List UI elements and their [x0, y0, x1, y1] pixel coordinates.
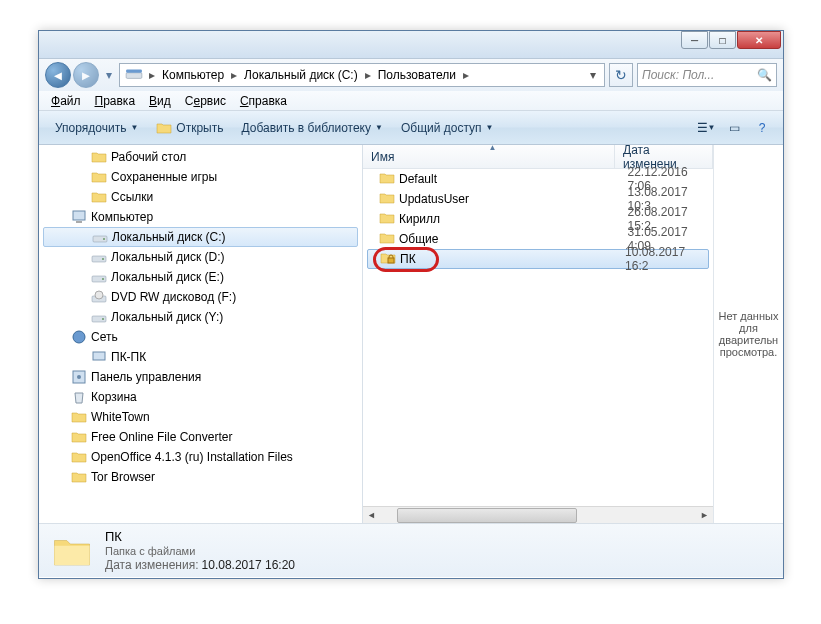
titlebar[interactable]: ─ □ ✕: [39, 31, 783, 59]
computer-icon: [71, 209, 87, 225]
tree-label: Компьютер: [91, 210, 153, 224]
folder-icon: [91, 169, 107, 185]
tree-node[interactable]: Корзина: [39, 387, 362, 407]
tree-node[interactable]: Free Online File Converter: [39, 427, 362, 447]
back-button[interactable]: ◄: [45, 62, 71, 88]
forward-button[interactable]: ►: [73, 62, 99, 88]
tree-label: Локальный диск (Y:): [111, 310, 223, 324]
tree-label: Tor Browser: [91, 470, 155, 484]
close-button[interactable]: ✕: [737, 31, 781, 49]
tree-label: Панель управления: [91, 370, 201, 384]
scroll-left-icon[interactable]: ◄: [363, 507, 380, 524]
file-name: ПК: [400, 252, 416, 266]
tree-label: Локальный диск (D:): [111, 250, 225, 264]
folder-icon: [91, 189, 107, 205]
tree-label: Локальный диск (E:): [111, 270, 224, 284]
scroll-right-icon[interactable]: ►: [696, 507, 713, 524]
tree-label: ПК-ПК: [111, 350, 146, 364]
menu-help[interactable]: Справка: [234, 93, 293, 109]
tree-node[interactable]: Сохраненные игры: [39, 167, 362, 187]
search-input[interactable]: Поиск: Пол... 🔍: [637, 63, 777, 87]
file-name: UpdatusUser: [399, 192, 469, 206]
tree-label: OpenOffice 4.1.3 (ru) Installation Files: [91, 450, 293, 464]
menu-tools[interactable]: Сервис: [179, 93, 232, 109]
tree-label: Рабочий стол: [111, 150, 186, 164]
drive-icon: [125, 66, 143, 84]
svg-point-5: [103, 238, 105, 240]
svg-point-7: [102, 258, 104, 260]
folder-icon: [91, 149, 107, 165]
h-scrollbar[interactable]: ◄ ►: [363, 506, 713, 523]
tree-node[interactable]: DVD RW дисковод (F:): [39, 287, 362, 307]
nav-row: ◄ ► ▾ ▸ Компьютер ▸ Локальный диск (C:) …: [39, 59, 783, 91]
sort-asc-icon: ▲: [489, 143, 497, 152]
tree-node[interactable]: Локальный диск (Y:): [39, 307, 362, 327]
open-button[interactable]: Открыть: [148, 117, 231, 139]
breadcrumb-arrow[interactable]: ▸: [228, 64, 240, 86]
menu-file[interactable]: Файл: [45, 93, 87, 109]
search-placeholder: Поиск: Пол...: [642, 68, 714, 82]
breadcrumb-item[interactable]: Пользователи: [374, 64, 460, 86]
menu-view[interactable]: Вид: [143, 93, 177, 109]
svg-point-17: [77, 375, 81, 379]
drive-icon: [92, 229, 108, 245]
tree-node[interactable]: Ссылки: [39, 187, 362, 207]
file-date: 10.08.2017 16:2: [617, 245, 708, 273]
refresh-button[interactable]: ↻: [609, 63, 633, 87]
folder-icon: [71, 429, 87, 445]
tree-node[interactable]: Tor Browser: [39, 467, 362, 487]
tree-node[interactable]: Панель управления: [39, 367, 362, 387]
share-button[interactable]: Общий доступ▼: [393, 118, 502, 138]
nav-history-drop[interactable]: ▾: [103, 62, 115, 88]
svg-point-11: [95, 291, 103, 299]
svg-rect-2: [73, 211, 85, 220]
details-title: ПК: [105, 529, 295, 544]
nav-tree[interactable]: Рабочий столСохраненные игрыСсылкиКомпью…: [39, 145, 363, 523]
address-drop[interactable]: ▾: [584, 64, 602, 86]
file-row[interactable]: ПК10.08.2017 16:2: [367, 249, 709, 269]
tree-node[interactable]: Локальный диск (C:): [43, 227, 358, 247]
view-mode-button[interactable]: ☰▼: [693, 116, 719, 140]
tree-label: Корзина: [91, 390, 137, 404]
tree-node[interactable]: ПК-ПК: [39, 347, 362, 367]
preview-pane-button[interactable]: ▭: [721, 116, 747, 140]
dvd-icon: [91, 289, 107, 305]
folder-icon: [379, 170, 395, 189]
minimize-button[interactable]: ─: [681, 31, 708, 49]
breadcrumb-item[interactable]: Локальный диск (C:): [240, 64, 362, 86]
search-icon: 🔍: [757, 68, 772, 82]
breadcrumb-arrow[interactable]: ▸: [146, 64, 158, 86]
file-rows[interactable]: Default22.12.2016 7:06UpdatusUser13.08.2…: [363, 169, 713, 506]
tree-label: Сеть: [91, 330, 118, 344]
tree-node[interactable]: Рабочий стол: [39, 147, 362, 167]
tree-node[interactable]: Локальный диск (D:): [39, 247, 362, 267]
tree-node[interactable]: WhiteTown: [39, 407, 362, 427]
details-subtitle: Папка с файлами: [105, 545, 295, 557]
help-button[interactable]: ?: [749, 116, 775, 140]
drive-icon: [91, 269, 107, 285]
pc-icon: [91, 349, 107, 365]
breadcrumb-item[interactable]: Компьютер: [158, 64, 228, 86]
organize-button[interactable]: Упорядочить▼: [47, 118, 146, 138]
tree-label: Free Online File Converter: [91, 430, 232, 444]
tree-node[interactable]: Локальный диск (E:): [39, 267, 362, 287]
tree-node[interactable]: Компьютер: [39, 207, 362, 227]
preview-pane: Нет данных для дварительн просмотра.: [713, 145, 783, 523]
folder-icon: [71, 469, 87, 485]
breadcrumb-arrow[interactable]: ▸: [362, 64, 374, 86]
col-name[interactable]: Имя▲: [363, 145, 615, 169]
maximize-button[interactable]: □: [709, 31, 736, 49]
svg-rect-3: [76, 221, 82, 223]
toolbar: Упорядочить▼ Открыть Добавить в библиоте…: [39, 111, 783, 145]
breadcrumb-arrow[interactable]: ▸: [460, 64, 472, 86]
scroll-thumb[interactable]: [397, 508, 577, 523]
address-bar[interactable]: ▸ Компьютер ▸ Локальный диск (C:) ▸ Поль…: [119, 63, 605, 87]
add-to-library-button[interactable]: Добавить в библиотеку▼: [233, 118, 390, 138]
folder-icon: [71, 409, 87, 425]
tree-label: Ссылки: [111, 190, 153, 204]
tree-node[interactable]: OpenOffice 4.1.3 (ru) Installation Files: [39, 447, 362, 467]
tree-label: DVD RW дисковод (F:): [111, 290, 236, 304]
tree-label: WhiteTown: [91, 410, 150, 424]
menu-edit[interactable]: Правка: [89, 93, 142, 109]
tree-node[interactable]: Сеть: [39, 327, 362, 347]
